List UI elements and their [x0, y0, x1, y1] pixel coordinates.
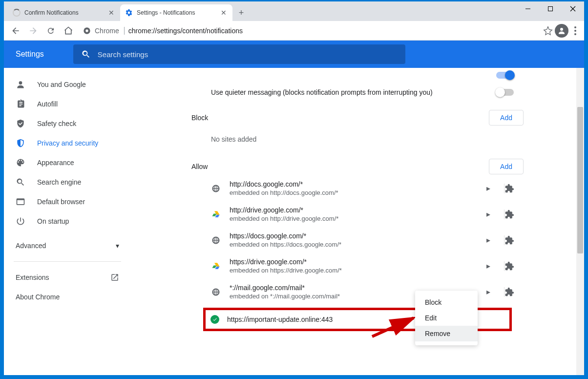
external-link-icon [110, 273, 119, 282]
site-url: https://docs.google.com/* [230, 232, 473, 240]
site-icon [211, 184, 221, 193]
sidebar-item-you-and-google[interactable]: You and Google [4, 75, 131, 94]
sidebar-about[interactable]: About Chrome [4, 287, 131, 307]
search-settings[interactable] [73, 44, 405, 64]
sidebar: You and Google Autofill Safety check Pri… [4, 68, 131, 375]
site-extension-icon[interactable] [504, 287, 524, 297]
block-section-header: Block Add [191, 103, 524, 126]
site-detail-arrow-icon[interactable]: ▸ [482, 261, 495, 271]
site-url: https://drive.google.com/* [230, 258, 473, 266]
sidebar-item-appearance[interactable]: Appearance [4, 153, 131, 172]
allow-site-row[interactable]: http://drive.google.com/*embedded on htt… [191, 201, 524, 227]
sidebar-item-autofill[interactable]: Autofill [4, 94, 131, 114]
site-icon [211, 261, 221, 271]
back-button[interactable] [8, 23, 23, 39]
site-detail-arrow-icon[interactable]: ▸ [482, 184, 495, 193]
context-menu-block[interactable]: Block [415, 295, 478, 310]
sidebar-item-label: Search engine [37, 178, 81, 186]
sidebar-item-safety-check[interactable]: Safety check [4, 114, 131, 133]
tab-title: Confirm Notifications [24, 9, 104, 16]
allow-list: http://docs.google.com/*embedded on http… [191, 175, 524, 305]
bookmark-star-icon[interactable] [543, 26, 553, 36]
site-embedded: embedded on http://docs.google.com/* [230, 189, 473, 196]
site-extension-icon[interactable] [504, 210, 524, 219]
search-input[interactable] [98, 50, 398, 59]
browser-icon [16, 197, 25, 207]
svg-line-11 [372, 318, 414, 337]
advanced-label: Advanced [16, 242, 46, 250]
close-window-button[interactable] [562, 1, 584, 16]
power-icon [16, 216, 25, 226]
site-extension-icon[interactable] [504, 235, 524, 245]
site-url: http://drive.google.com/* [230, 206, 473, 214]
sidebar-item-label: You and Google [37, 81, 86, 88]
allow-site-row[interactable]: https://docs.google.com/*embedded on htt… [191, 227, 524, 253]
highlighted-url: https://important-update.online:443 [227, 316, 333, 323]
divider [14, 261, 121, 262]
window-controls [517, 1, 584, 16]
site-detail-arrow-icon[interactable]: ▸ [482, 235, 495, 245]
allow-title: Allow [191, 163, 208, 170]
site-info: https://drive.google.com/*embedded on ht… [230, 258, 473, 274]
search-icon [81, 49, 91, 59]
sidebar-item-label: Autofill [37, 100, 58, 108]
site-embedded: embedded on https://drive.google.com/* [230, 267, 473, 274]
allow-site-row[interactable]: https://drive.google.com/*embedded on ht… [191, 253, 524, 279]
scrollbar[interactable] [576, 68, 584, 375]
close-tab-icon[interactable]: ✕ [220, 9, 228, 17]
sidebar-item-search-engine[interactable]: Search engine [4, 172, 131, 192]
notifications-toggle[interactable] [496, 72, 514, 79]
quieter-toggle[interactable] [496, 89, 514, 96]
maximize-button[interactable] [539, 1, 562, 16]
new-tab-button[interactable]: + [234, 6, 248, 20]
site-info: https://docs.google.com/*embedded on htt… [230, 232, 473, 248]
page-title: Settings [16, 50, 44, 59]
home-button[interactable] [61, 23, 76, 39]
sidebar-item-privacy[interactable]: Privacy and security [4, 133, 131, 153]
context-menu: Block Edit Remove [415, 291, 478, 345]
check-icon [210, 315, 219, 324]
context-menu-remove[interactable]: Remove [415, 326, 478, 341]
chrome-icon [83, 27, 91, 35]
address-bar[interactable]: Chrome chrome://settings/content/notific… [78, 23, 541, 38]
sidebar-advanced[interactable]: Advanced ▾ [4, 236, 131, 255]
main-panel: Use quieter messaging (blocks notificati… [131, 68, 584, 375]
chrome-label: Chrome [95, 27, 125, 35]
tab-confirm-notifications[interactable]: Confirm Notifications ✕ [8, 4, 120, 21]
reload-button[interactable] [43, 23, 59, 39]
allow-site-row[interactable]: http://docs.google.com/*embedded on http… [191, 175, 524, 201]
sidebar-extensions[interactable]: Extensions [4, 268, 131, 287]
block-title: Block [191, 114, 208, 122]
site-extension-icon[interactable] [504, 184, 524, 193]
site-info: http://docs.google.com/*embedded on http… [230, 180, 473, 196]
quieter-label: Use quieter messaging (blocks notificati… [211, 88, 433, 96]
site-detail-arrow-icon[interactable]: ▸ [482, 210, 495, 219]
annotation-arrow [367, 312, 421, 341]
scrollbar-thumb[interactable] [577, 107, 583, 253]
add-block-button[interactable]: Add [489, 110, 524, 126]
site-extension-icon[interactable] [504, 261, 524, 271]
forward-button[interactable] [25, 23, 41, 39]
settings-header: Settings [4, 41, 584, 68]
site-icon [211, 210, 221, 219]
profile-avatar[interactable] [555, 24, 568, 38]
tab-settings[interactable]: Settings - Notifications ✕ [120, 4, 232, 21]
shield-check-icon [16, 119, 25, 128]
site-icon [211, 235, 221, 245]
palette-icon [16, 158, 25, 168]
sidebar-item-on-startup[interactable]: On startup [4, 211, 131, 231]
sidebar-item-label: On startup [37, 217, 69, 225]
loading-spinner-icon [13, 9, 21, 17]
add-allow-button[interactable]: Add [489, 159, 524, 174]
site-icon [211, 287, 221, 297]
tab-title: Settings - Notifications [137, 9, 216, 16]
minimize-button[interactable] [517, 1, 539, 16]
allow-section-header: Allow Add [191, 152, 524, 175]
context-menu-edit[interactable]: Edit [415, 310, 478, 326]
svg-point-7 [574, 26, 576, 28]
sidebar-item-default-browser[interactable]: Default browser [4, 192, 131, 211]
block-empty-text: No sites added [191, 126, 524, 152]
menu-button[interactable] [570, 26, 580, 35]
close-tab-icon[interactable]: ✕ [107, 9, 115, 17]
site-detail-arrow-icon[interactable]: ▸ [482, 287, 495, 296]
